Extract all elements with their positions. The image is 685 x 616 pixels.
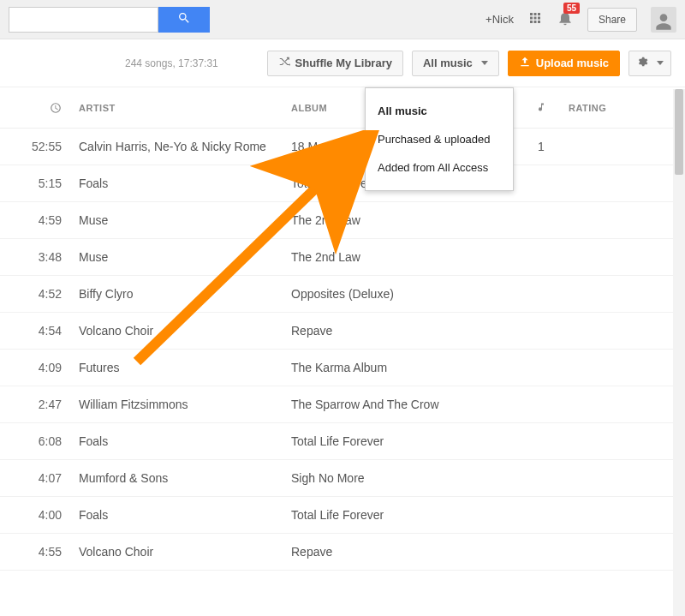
cell-duration: 4:07	[0, 471, 77, 485]
column-artist[interactable]: ARTIST	[77, 103, 291, 113]
apps-grid-icon[interactable]	[527, 10, 543, 28]
filter-label: All music	[423, 57, 473, 69]
gear-icon	[636, 56, 648, 70]
cell-duration: 4:09	[0, 361, 77, 374]
filter-option-all[interactable]: All music	[366, 97, 513, 125]
table-row[interactable]: 2:47William FitzsimmonsThe Sparrow And T…	[0, 386, 685, 423]
cell-album: Repave	[291, 545, 514, 559]
cell-album: Total Life Forever	[291, 508, 514, 522]
table-row[interactable]: 4:54Volcano ChoirRepave	[0, 313, 685, 350]
music-filter-dropdown[interactable]: All music	[412, 51, 499, 76]
cell-duration: 6:08	[0, 434, 77, 448]
cell-artist: Calvin Harris, Ne-Yo & Nicky Rome	[77, 140, 291, 153]
table-row[interactable]: 4:09FuturesThe Karma Album	[0, 350, 685, 386]
scrollbar-thumb[interactable]	[675, 89, 683, 175]
table-row[interactable]: 4:59MuseThe 2nd Law	[0, 202, 685, 239]
upload-music-button[interactable]: Upload music	[508, 51, 620, 76]
upload-label: Upload music	[536, 57, 609, 69]
bell-icon	[557, 16, 574, 29]
column-plays[interactable]	[514, 102, 569, 114]
cell-plays: 1	[514, 140, 569, 153]
cell-duration: 5:15	[0, 176, 77, 190]
cell-duration: 4:59	[0, 213, 77, 227]
table-row[interactable]: 4:07Mumford & SonsSigh No More	[0, 460, 685, 497]
cell-duration: 2:47	[0, 398, 77, 411]
music-filter-menu: All music Purchased & uploaded Added fro…	[365, 87, 514, 191]
top-bar: +Nick 55 Share	[0, 0, 685, 39]
scrollbar[interactable]	[673, 89, 685, 616]
share-button[interactable]: Share	[587, 8, 637, 32]
cell-artist: Foals	[77, 434, 291, 448]
cell-artist: Mumford & Sons	[77, 471, 291, 485]
cell-artist: Foals	[77, 176, 291, 190]
cell-artist: Biffy Clyro	[77, 287, 291, 301]
cell-duration: 52:55	[0, 140, 77, 153]
shuffle-icon	[278, 56, 290, 70]
avatar[interactable]	[651, 7, 676, 33]
cell-duration: 4:00	[0, 508, 77, 522]
cell-album: The 2nd Law	[291, 213, 514, 227]
column-duration[interactable]	[0, 101, 77, 113]
cell-artist: Futures	[77, 361, 291, 374]
cell-artist: William Fitzsimmons	[77, 398, 291, 411]
search-icon	[177, 11, 191, 27]
cell-album: Total Life Forever	[291, 434, 514, 448]
table-row[interactable]: 4:55Volcano ChoirRepave	[0, 534, 685, 571]
upload-icon	[519, 56, 531, 70]
table-row[interactable]: 52:55Calvin Harris, Ne-Yo & Nicky Rome18…	[0, 129, 685, 165]
song-table: ARTIST ALBUM RATING 52:55Calvin Harris, …	[0, 87, 685, 571]
library-toolbar: 244 songs, 17:37:31 Shuffle My Library A…	[0, 39, 685, 87]
table-row[interactable]: 5:15FoalsTotal Life Forever	[0, 165, 685, 202]
cell-duration: 4:52	[0, 287, 77, 301]
search-input[interactable]	[9, 7, 158, 33]
notifications-button[interactable]: 55	[557, 9, 574, 29]
table-row[interactable]: 4:00FoalsTotal Life Forever	[0, 497, 685, 534]
cell-album: Opposites (Deluxe)	[291, 287, 514, 301]
cell-album: The 2nd Law	[291, 250, 514, 264]
filter-option-all-access[interactable]: Added from All Access	[366, 153, 513, 182]
cell-artist: Volcano Choir	[77, 324, 291, 338]
note-icon	[536, 104, 546, 114]
cell-duration: 3:48	[0, 250, 77, 264]
cell-artist: Volcano Choir	[77, 545, 291, 559]
shuffle-library-button[interactable]: Shuffle My Library	[267, 51, 403, 76]
table-header: ARTIST ALBUM RATING	[0, 87, 685, 129]
table-row[interactable]: 3:48MuseThe 2nd Law	[0, 239, 685, 276]
cell-album: Sigh No More	[291, 471, 514, 485]
search-button[interactable]	[158, 7, 210, 33]
notification-badge: 55	[563, 3, 580, 14]
cell-album: Repave	[291, 324, 514, 338]
table-row[interactable]: 4:52Biffy ClyroOpposites (Deluxe)	[0, 276, 685, 313]
clock-icon	[15, 101, 62, 111]
cell-artist: Muse	[77, 213, 291, 227]
user-plus-link[interactable]: +Nick	[485, 13, 514, 26]
cell-duration: 4:54	[0, 324, 77, 338]
filter-option-purchased[interactable]: Purchased & uploaded	[366, 125, 513, 153]
shuffle-label: Shuffle My Library	[295, 57, 392, 69]
column-rating[interactable]: RATING	[569, 103, 685, 113]
cell-artist: Foals	[77, 508, 291, 522]
cell-duration: 4:55	[0, 545, 77, 559]
search-wrap	[9, 7, 210, 33]
cell-album: The Karma Album	[291, 361, 514, 374]
cell-album: The Sparrow And The Crow	[291, 398, 514, 411]
settings-button[interactable]	[628, 51, 671, 76]
table-row[interactable]: 6:08FoalsTotal Life Forever	[0, 423, 685, 460]
cell-artist: Muse	[77, 250, 291, 264]
library-stats: 244 songs, 17:37:31	[125, 57, 218, 69]
top-right: +Nick 55 Share	[485, 7, 676, 33]
